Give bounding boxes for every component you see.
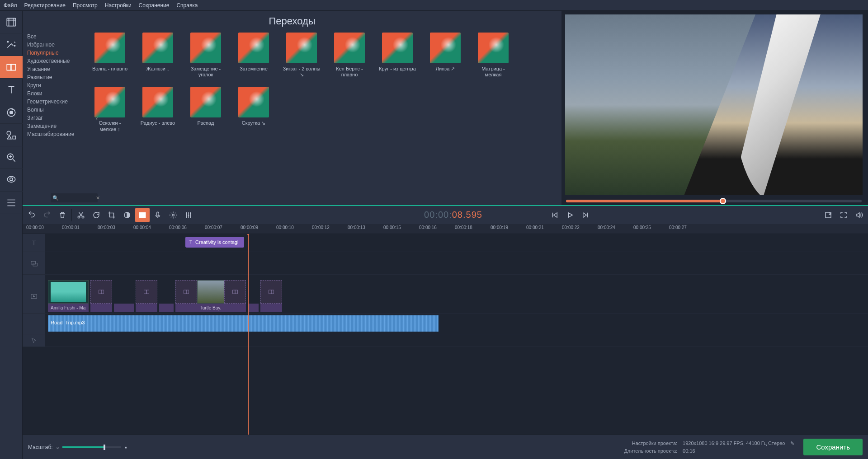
category-item[interactable]: Замещение bbox=[23, 122, 86, 130]
video-clip-1[interactable] bbox=[48, 280, 89, 304]
video-clip-2-label: Turtle Bay. bbox=[197, 304, 224, 312]
category-item[interactable]: Волны bbox=[23, 106, 86, 114]
left-toolbar bbox=[0, 11, 23, 459]
category-item[interactable]: Избранное bbox=[23, 41, 86, 49]
scrubber-handle[interactable] bbox=[720, 198, 726, 204]
zoom-in-icon[interactable]: ▪ bbox=[125, 444, 127, 451]
transition-clip-4[interactable] bbox=[224, 280, 246, 304]
clip-settings-button[interactable] bbox=[166, 208, 180, 222]
fullscreen-button[interactable] bbox=[836, 208, 851, 222]
transition-thumbnail[interactable]: Затемнение bbox=[234, 33, 273, 78]
prev-frame-button[interactable] bbox=[547, 208, 562, 222]
stickers-tool[interactable] bbox=[0, 101, 23, 124]
play-button[interactable] bbox=[563, 208, 577, 222]
transition-thumbnail[interactable]: Зигзаг - 2 волны ↘ bbox=[282, 33, 321, 78]
menu-save[interactable]: Сохранение bbox=[139, 2, 170, 9]
transition-label: Зигзаг - 2 волны ↘ bbox=[282, 66, 321, 78]
edit-settings-icon[interactable]: ✎ bbox=[790, 440, 794, 446]
ruler-mark: 00:00:01 bbox=[62, 225, 80, 230]
zoom-slider[interactable] bbox=[62, 446, 121, 448]
list-tool[interactable] bbox=[0, 192, 23, 214]
category-item[interactable]: Все bbox=[23, 33, 86, 41]
ruler-mark: 00:00:18 bbox=[455, 225, 472, 230]
preview-video[interactable] bbox=[565, 14, 863, 195]
svg-rect-25 bbox=[146, 290, 149, 294]
menu-edit[interactable]: Редактирование bbox=[24, 2, 66, 9]
transition-thumbnail[interactable]: Осколки - мелкие ↑ bbox=[90, 87, 129, 132]
search-input[interactable] bbox=[61, 195, 96, 201]
transition-thumbnail[interactable]: Жалюзи ↓ bbox=[138, 33, 177, 78]
ruler-mark: 00:00:10 bbox=[276, 225, 294, 230]
next-frame-button[interactable] bbox=[578, 208, 593, 222]
undo-button[interactable] bbox=[24, 208, 39, 222]
transition-clip-1[interactable] bbox=[90, 280, 112, 304]
ruler-mark: 00:00:22 bbox=[562, 225, 580, 230]
transition-thumbnail[interactable]: Скрутка ↘ bbox=[234, 87, 273, 132]
volume-button[interactable] bbox=[852, 208, 866, 222]
transition-clip-2[interactable] bbox=[136, 280, 157, 304]
ruler-mark: 00:00:13 bbox=[348, 225, 365, 230]
redo-button[interactable] bbox=[40, 208, 54, 222]
zoom-out-icon[interactable]: ▫ bbox=[57, 444, 59, 451]
cut-button[interactable] bbox=[74, 208, 88, 222]
transition-thumbnail[interactable]: Радиус - влево bbox=[138, 87, 177, 132]
svg-rect-27 bbox=[186, 290, 189, 294]
svg-point-17 bbox=[172, 214, 175, 216]
menu-file[interactable]: Файл bbox=[4, 2, 17, 9]
search-box[interactable]: 🔍 ✕ bbox=[51, 193, 98, 202]
crop-button[interactable] bbox=[104, 208, 119, 222]
transition-thumbnail[interactable]: Круг - из центра bbox=[378, 33, 417, 78]
filters-tool[interactable] bbox=[0, 33, 23, 56]
title-track-head[interactable] bbox=[23, 234, 45, 252]
titles-tool[interactable] bbox=[0, 79, 23, 101]
audio-track-head[interactable] bbox=[23, 314, 45, 334]
category-item[interactable]: Популярные bbox=[23, 49, 86, 57]
transition-thumbnail[interactable]: Кен Бернс - плавно bbox=[330, 33, 369, 78]
save-button[interactable]: Сохранить bbox=[803, 439, 863, 455]
pointer-track-head[interactable] bbox=[23, 334, 45, 347]
preview-scrubber[interactable] bbox=[566, 200, 862, 202]
rotate-button[interactable] bbox=[89, 208, 104, 222]
transition-thumbnail[interactable]: Волна - плавно bbox=[90, 33, 129, 78]
export-frame-button[interactable] bbox=[821, 208, 835, 222]
transition-clip-5[interactable] bbox=[260, 280, 282, 304]
audio-clip[interactable]: Road_Trip.mp3 bbox=[48, 315, 439, 332]
transition-label: Радиус - влево bbox=[141, 120, 175, 126]
svg-rect-23 bbox=[101, 290, 104, 294]
delete-button[interactable] bbox=[55, 208, 70, 222]
video-clip-2[interactable] bbox=[197, 280, 224, 304]
category-item[interactable]: Блоки bbox=[23, 89, 86, 98]
category-item[interactable]: Масштабирование bbox=[23, 130, 86, 138]
color-button[interactable] bbox=[120, 208, 134, 222]
category-item[interactable]: Угасание bbox=[23, 65, 86, 73]
voiceover-button[interactable] bbox=[151, 208, 165, 222]
media-tool[interactable] bbox=[0, 11, 23, 33]
transitions-tool[interactable] bbox=[0, 56, 23, 79]
video-track-head[interactable] bbox=[23, 279, 45, 313]
menu-settings[interactable]: Настройки bbox=[105, 2, 132, 9]
category-item[interactable]: Геометрические bbox=[23, 98, 86, 106]
time-ruler[interactable]: 00:00:0000:00:0100:00:0300:00:0400:00:06… bbox=[23, 224, 868, 234]
svg-rect-30 bbox=[269, 290, 271, 294]
transition-thumbnail[interactable]: Распад bbox=[186, 87, 225, 132]
transition-thumbnail[interactable]: Матрица - мелкая bbox=[474, 33, 513, 78]
menu-view[interactable]: Просмотр bbox=[73, 2, 98, 9]
transition-thumbnail[interactable]: Замещение - уголок bbox=[186, 33, 225, 78]
transition-clip-3[interactable] bbox=[175, 280, 197, 304]
title-clip[interactable]: Creativity is contagi bbox=[185, 237, 244, 248]
clear-search-icon[interactable]: ✕ bbox=[96, 195, 100, 201]
equalizer-button[interactable] bbox=[181, 208, 196, 222]
transition-thumbnail[interactable]: Линза ↗ bbox=[426, 33, 465, 78]
category-item[interactable]: Размытие bbox=[23, 73, 86, 81]
category-item[interactable]: Круги bbox=[23, 81, 86, 89]
zoom-tool[interactable] bbox=[0, 146, 23, 169]
ruler-mark: 00:00:07 bbox=[205, 225, 222, 230]
menu-help[interactable]: Справка bbox=[176, 2, 198, 9]
category-item[interactable]: Зигзаг bbox=[23, 114, 86, 122]
overlay-track-head[interactable] bbox=[23, 252, 45, 274]
record-tool[interactable] bbox=[0, 169, 23, 192]
category-item[interactable]: Художественные bbox=[23, 57, 86, 65]
transition-wizard-button[interactable] bbox=[135, 208, 150, 222]
shapes-tool[interactable] bbox=[0, 124, 23, 146]
zoom-label: Масштаб: bbox=[28, 444, 53, 450]
